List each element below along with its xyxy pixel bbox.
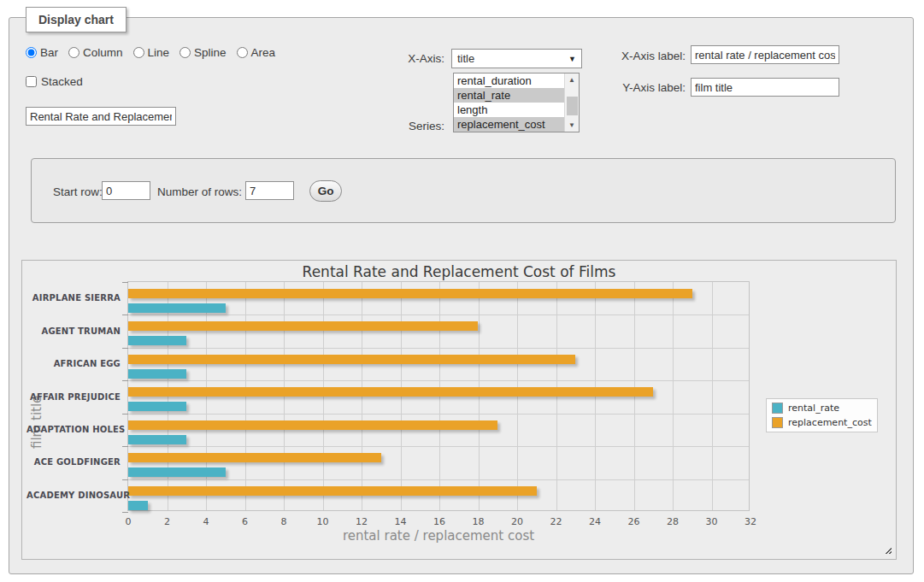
x-axis-select-value: title [457,52,568,65]
y-tick [122,446,128,447]
x-tick-label: 20 [503,516,532,527]
x-tick-label: 6 [231,516,260,527]
stacked-checkbox[interactable] [26,76,37,87]
x-tick-label: 14 [386,516,415,527]
series-options: rental_durationrental_ratelengthreplacem… [454,73,564,132]
series-listbox[interactable]: rental_durationrental_ratelengthreplacem… [453,73,580,132]
category-label: AGENT TRUMAN [26,326,121,336]
legend-item-rental_rate: rental_rate [772,403,872,414]
bar-rental_rate [128,336,186,345]
bar-rental_rate [128,501,148,510]
chart-type-bar[interactable]: Bar [26,46,58,59]
y-tick [122,348,128,349]
legend-swatch [772,417,783,428]
number-of-rows-input[interactable] [245,181,294,200]
chevron-down-icon: ▼ [568,55,576,63]
bar-replacement_cost [128,486,537,496]
series-scrollbar[interactable]: ▲ ▼ [564,73,579,132]
x-tick-label: 12 [347,516,376,527]
x-tick-label: 8 [269,516,298,527]
x-tick-label: 16 [425,516,454,527]
x-tick-label: 10 [309,516,338,527]
x-axis-select-label: X-Axis: [376,52,444,65]
chart-type-label: Column [83,46,123,59]
start-row-input[interactable] [102,181,150,200]
chart-type-label: Line [148,46,170,59]
gridline [128,315,749,315]
legend-label: replacement_cost [788,417,872,428]
gridline [673,282,674,510]
bar-rental_rate [128,467,226,477]
series-option-replacement_cost[interactable]: replacement_cost [454,117,564,132]
go-button[interactable]: Go [309,180,342,202]
x-axis-select[interactable]: title ▼ [451,49,582,68]
chart-container: Rental Rate and Replacement Cost of Film… [21,260,897,560]
start-row-label: Start row: [53,185,103,198]
category-label: AIRPLANE SIERRA [26,293,121,303]
y-tick [122,315,128,315]
bar-rental_rate [128,303,226,313]
x-tick-label: 4 [191,516,221,527]
y-tick [122,380,128,381]
bar-replacement_cost [128,355,575,364]
x-tick-label: 2 [153,516,182,527]
chart-type-radio-bar[interactable] [26,47,37,58]
legend-label: rental_rate [788,403,839,414]
bar-rental_rate [128,369,186,379]
number-of-rows-label: Number of rows: [157,185,242,198]
chart-title: Rental Rate and Replacement Cost of Film… [22,263,896,280]
category-label: ACADEMY DINOSAUR [26,491,121,500]
chart-type-area[interactable]: Area [237,46,276,59]
stacked-label: Stacked [41,75,83,88]
chart-type-radio-line[interactable] [133,47,144,58]
scroll-down-icon[interactable]: ▼ [565,119,579,132]
series-option-rental_rate[interactable]: rental_rate [454,88,564,103]
stacked-checkbox-label[interactable]: Stacked [26,75,83,88]
x-tick-label: 32 [736,516,765,527]
y-tick [122,479,128,480]
chart-x-axis-title: rental rate / replacement cost [127,528,750,544]
fieldset-legend: Display chart [26,7,127,32]
chart-type-column[interactable]: Column [68,46,123,59]
y-tick [122,282,128,283]
bar-replacement_cost [128,387,653,397]
chart-type-label: Area [251,46,276,59]
category-label: AFFAIR PREJUDICE [26,392,121,402]
x-tick-label: 28 [658,516,687,527]
chart-resize-handle[interactable] [883,545,892,554]
series-option-rental_duration[interactable]: rental_duration [454,73,564,88]
gridline [128,348,749,349]
x-tick-label: 30 [697,516,727,527]
bar-rental_rate [128,402,186,411]
chart-type-spline[interactable]: Spline [180,46,227,59]
page: Display chart BarColumnLineSplineArea St… [0,0,924,582]
chart-type-label: Bar [40,46,58,59]
x-axis-label-input[interactable] [691,45,839,64]
legend-item-replacement_cost: replacement_cost [772,417,872,428]
chart-title-input[interactable] [26,107,176,126]
chart-type-radio-spline[interactable] [180,47,191,58]
bar-replacement_cost [128,453,381,462]
chart-type-radio-group: BarColumnLineSplineArea [26,46,282,59]
scroll-up-icon[interactable]: ▲ [565,73,579,86]
category-label: AFRICAN EGG [26,359,121,368]
bar-replacement_cost [128,321,478,331]
x-tick-label: 24 [580,516,609,527]
chart-type-label: Spline [194,46,227,59]
y-axis-label-input[interactable] [691,78,839,97]
x-tick-label: 0 [114,516,143,527]
chart-legend: rental_ratereplacement_cost [766,398,878,432]
series-option-length[interactable]: length [454,103,564,117]
scrollbar-thumb[interactable] [567,97,578,115]
category-label: ACE GOLDFINGER [26,457,121,467]
y-tick [122,414,128,414]
chart-type-radio-column[interactable] [68,47,79,58]
legend-swatch [772,403,783,414]
chart-type-radio-area[interactable] [237,47,248,58]
gridline [128,479,749,480]
chart-type-line[interactable]: Line [133,46,170,59]
gridline [128,414,749,414]
x-tick-label: 26 [620,516,649,527]
category-label: ADAPTATION HOLES [26,425,121,434]
x-axis-label-field-label: X-Axis label: [609,50,686,62]
